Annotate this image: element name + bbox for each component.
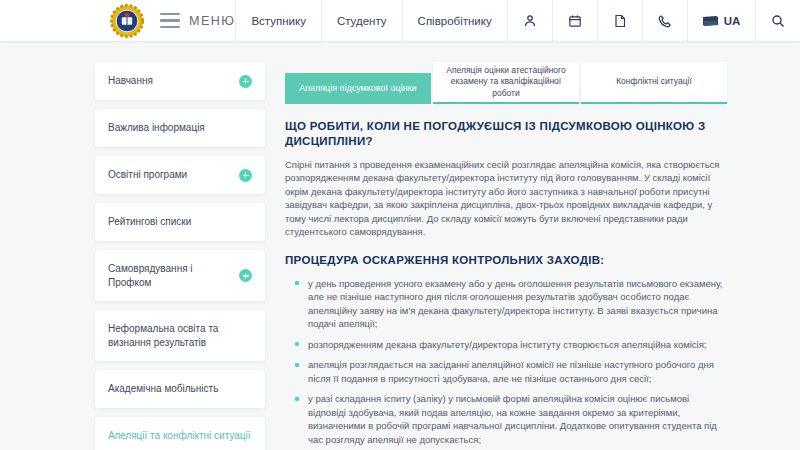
language-switcher[interactable]: UA: [687, 0, 756, 41]
calendar-icon: [568, 14, 582, 28]
phone-icon-button[interactable]: [642, 0, 687, 41]
sidebar-item-neformalna-osvita[interactable]: Неформальна освіта та визнання результат…: [95, 310, 265, 361]
calendar-icon-button[interactable]: [552, 0, 597, 41]
sidebar-item-reitynhovi-spysky[interactable]: Рейтингові списки: [95, 203, 265, 241]
sidebar-item-label: Самоврядування і Профком: [108, 262, 231, 289]
search-icon: [771, 14, 785, 28]
list-item: розпорядженням декана факультету/директо…: [295, 338, 727, 351]
plus-icon[interactable]: [239, 75, 252, 88]
sidebar-item-akademichna-mobilnist[interactable]: Академічна мобільність: [95, 370, 265, 408]
document-icon: [613, 14, 627, 28]
document-icon-button[interactable]: [597, 0, 642, 41]
nav-item-student[interactable]: Студенту: [321, 0, 402, 41]
list-item: у разі складання іспиту (заліку) у письм…: [295, 392, 727, 446]
section-heading-what-to-do: ЩО РОБИТИ, КОЛИ НЕ ПОГОДЖУЄШСЯ ІЗ ПІДСУМ…: [285, 119, 727, 149]
tabs-bar: Апеляція підсумкової оцінки Апеляція оці…: [285, 62, 727, 104]
top-header: МЕНЮ Вступнику Студенту Співробітнику: [0, 0, 800, 42]
section-heading-procedure: ПРОЦЕДУРА ОСКАРЖЕННЯ КОНТРОЛЬНИХ ЗАХОДІВ…: [285, 253, 727, 268]
nav-item-applicant[interactable]: Вступнику: [235, 0, 320, 41]
hamburger-icon: [160, 13, 180, 29]
plus-icon[interactable]: [239, 269, 252, 282]
sidebar-item-vazhlyva-informatsiia[interactable]: Важлива інформація: [95, 109, 265, 147]
sidebar-item-navchannia[interactable]: Навчання: [95, 62, 265, 100]
intro-paragraph: Спірні питання з проведення екзаменаційн…: [285, 158, 727, 239]
tab-final-grade-appeal[interactable]: Апеляція підсумкової оцінки: [285, 73, 431, 104]
sidebar-item-label: Неформальна освіта та визнання результат…: [108, 322, 252, 349]
list-item: у день проведення усного екзамену або у …: [295, 277, 727, 331]
ukraine-flag-icon: [703, 16, 718, 26]
nav-item-employee[interactable]: Співробітнику: [402, 0, 507, 41]
sidebar-item-label: Важлива інформація: [108, 121, 205, 135]
sidebar-item-samovriaduvannia[interactable]: Самоврядування і Профком: [95, 250, 265, 301]
page-body: Навчання Важлива інформація Освітні прог…: [0, 42, 800, 450]
list-item: апеляція розглядається на засіданні апел…: [295, 358, 727, 385]
sidebar: Навчання Важлива інформація Освітні прог…: [95, 62, 265, 450]
language-label: UA: [724, 15, 741, 27]
person-icon: [523, 14, 537, 28]
tab-content: ЩО РОБИТИ, КОЛИ НЕ ПОГОДЖУЄШСЯ ІЗ ПІДСУМ…: [285, 104, 727, 450]
sidebar-item-label: Освітні програми: [108, 168, 187, 182]
menu-label: МЕНЮ: [189, 14, 235, 28]
hamburger-menu-button[interactable]: МЕНЮ: [160, 13, 235, 29]
procedure-list: у день проведення усного екзамену або у …: [295, 277, 727, 450]
sidebar-item-apeliatsii[interactable]: Апеляції та конфліктні ситуації: [95, 417, 265, 450]
tab-attestation-exam-appeal[interactable]: Апеляція оцінки атестаційного екзамену т…: [433, 62, 579, 104]
sidebar-item-label: Рейтингові списки: [108, 215, 191, 229]
phone-icon: [658, 14, 672, 28]
sidebar-item-label: Навчання: [108, 74, 153, 88]
main-content: Апеляція підсумкової оцінки Апеляція оці…: [285, 62, 727, 450]
sidebar-item-label: Академічна мобільність: [108, 382, 218, 396]
search-button[interactable]: [755, 0, 800, 41]
university-logo-icon[interactable]: [110, 4, 144, 38]
tab-conflict-situations[interactable]: Конфліктні ситуації: [581, 62, 727, 104]
sidebar-item-osvitni-prohramy[interactable]: Освітні програми: [95, 156, 265, 194]
sidebar-item-label: Апеляції та конфліктні ситуації: [108, 429, 251, 443]
plus-icon[interactable]: [239, 169, 252, 182]
person-icon-button[interactable]: [507, 0, 552, 41]
